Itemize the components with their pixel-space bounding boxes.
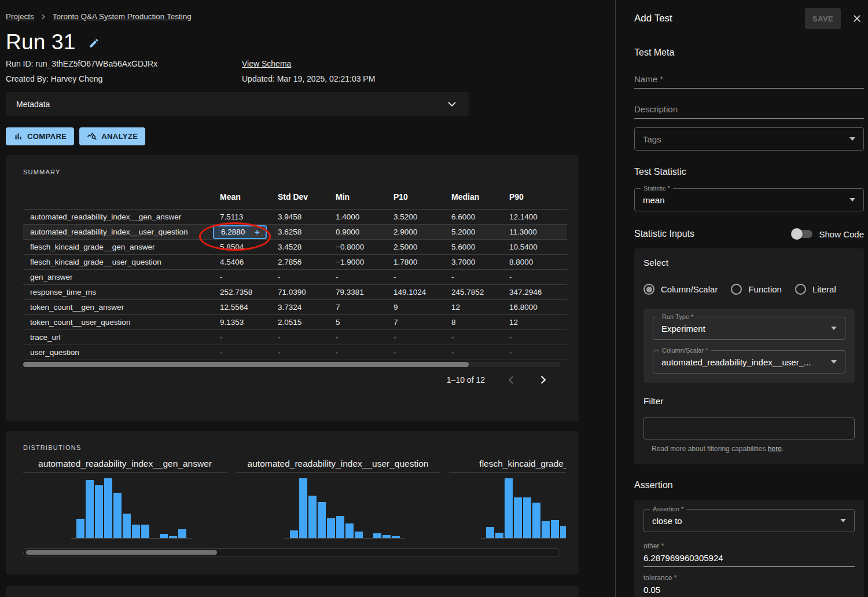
cell-value: −1.9000 <box>336 255 393 270</box>
chart-title: automated_readability_index__gen_answer <box>23 459 227 473</box>
filter-help-link[interactable]: here <box>768 445 782 453</box>
histogram-bar <box>514 497 522 538</box>
compare-button[interactable]: COMPARE <box>6 127 74 145</box>
radio-icon <box>795 284 806 295</box>
save-button[interactable]: SAVE <box>805 8 841 29</box>
description-field-label: Description <box>634 104 864 114</box>
close-icon[interactable] <box>850 12 864 25</box>
scrollbar-thumb[interactable] <box>23 362 469 367</box>
histogram-bar <box>551 520 559 538</box>
breadcrumb-current-link[interactable]: Toronto Q&A System Production Testing <box>53 12 192 21</box>
view-schema-link[interactable]: View Schema <box>242 59 615 68</box>
cell-value: 245.7852 <box>451 285 509 300</box>
distributions-horizontal-scrollbar[interactable] <box>23 548 560 556</box>
cell-value: - <box>451 330 509 345</box>
row-label: flesch_kincaid_grade__gen_answer <box>23 240 220 255</box>
radio-literal[interactable]: Literal <box>795 284 836 295</box>
dropdown-caret-icon <box>840 519 846 522</box>
column-scalar-select[interactable]: Column/Scalar * automated_readability_in… <box>653 350 845 373</box>
row-label: gen_answer <box>23 270 220 285</box>
selected-stat-cell[interactable]: 6.2880+ <box>213 225 267 239</box>
histogram-bar <box>318 502 326 538</box>
cell-value: 2.7856 <box>278 255 336 270</box>
cell-value: 12.1400 <box>509 210 567 225</box>
cell-value: 347.2946 <box>509 285 567 300</box>
run-type-select[interactable]: Run Type * Experiment <box>653 317 845 340</box>
histogram-bar <box>327 518 335 538</box>
next-page-icon[interactable] <box>537 373 550 386</box>
statistic-inputs-heading: Statistic Inputs <box>634 229 694 239</box>
toggle-thumb[interactable] <box>791 228 803 240</box>
column-scalar-subcard: Run Type * Experiment Column/Scalar * au… <box>643 309 855 383</box>
toggle-track[interactable] <box>793 230 812 238</box>
cell-value: 149.1024 <box>393 285 451 300</box>
cell-value: - <box>336 270 393 285</box>
charts-row: automated_readability_index__gen_answera… <box>23 459 566 539</box>
histogram-bar <box>86 480 94 538</box>
tags-select[interactable]: Tags <box>634 127 864 151</box>
assertion-select[interactable]: Assertion * close to <box>643 509 855 532</box>
assertion-select-legend: Assertion * <box>650 505 686 513</box>
selected-stat-value: 6.2880 <box>221 228 245 236</box>
analyze-button[interactable]: ANALYZE <box>79 127 145 145</box>
cell-value: 3.6258 <box>278 225 336 240</box>
column-scalar-value: automated_readability_index__user_... <box>661 357 811 367</box>
scrollbar-thumb[interactable] <box>26 550 217 555</box>
cell-value: - <box>336 330 393 345</box>
breadcrumb: Projects Toronto Q&A System Production T… <box>6 12 615 21</box>
show-code-toggle[interactable]: Show Code <box>793 229 864 239</box>
other-field[interactable]: other * 6.287969960305924 <box>643 542 855 567</box>
statistic-select-value: mean <box>643 195 665 205</box>
table-row: gen_answer------ <box>23 270 567 285</box>
radio-function[interactable]: Function <box>731 284 782 295</box>
radio-column-scalar[interactable]: Column/Scalar <box>643 284 718 295</box>
histogram-bar <box>132 525 140 538</box>
chart-title: flesch_kincaid_grade__gen_answer <box>449 459 566 473</box>
cell-value: - <box>451 345 509 360</box>
assertion-heading: Assertion <box>634 480 864 490</box>
histogram-bar <box>104 478 112 538</box>
distributions-section-label: DISTRIBUTIONS <box>6 431 579 451</box>
cell-value: 252.7358 <box>220 285 278 300</box>
tolerance-field-value: 0.05 <box>643 585 855 595</box>
cell-value: - <box>451 270 509 285</box>
cell-value: 71.0390 <box>278 285 336 300</box>
add-stat-button[interactable]: + <box>250 227 264 237</box>
row-label: flesch_kincaid_grade__user_question <box>23 255 220 270</box>
statistic-select[interactable]: Statistic * mean <box>634 188 864 211</box>
filter-input[interactable] <box>643 417 855 439</box>
histogram-bar <box>178 529 186 538</box>
test-meta-heading: Test Meta <box>634 47 864 58</box>
table-horizontal-scrollbar[interactable] <box>23 362 560 367</box>
cell-value: 79.3381 <box>336 285 393 300</box>
pagination-range: 1–10 of 12 <box>447 375 485 384</box>
tolerance-field[interactable]: tolerance * 0.05 <box>643 574 855 597</box>
assertion-card: Assertion * close to other * 6.287969960… <box>634 500 864 597</box>
run-meta: Run ID: run_3thEZ5fO67WBa56AxGDJRx View … <box>6 59 615 83</box>
query-stats-icon <box>87 131 97 142</box>
cell-value: 3.5200 <box>393 210 451 225</box>
radio-icon <box>731 284 742 295</box>
breadcrumb-projects-link[interactable]: Projects <box>6 12 34 21</box>
run-id: Run ID: run_3thEZ5fO67WBa56AxGDJRx <box>6 59 242 68</box>
description-field[interactable]: Description <box>634 104 864 119</box>
cell-value: 5.2000 <box>451 225 509 240</box>
panel-header: Add Test SAVE <box>634 0 864 29</box>
histogram-bar <box>141 525 149 538</box>
table-row: token_count__user_question9.13532.051557… <box>23 315 567 330</box>
created-by: Created By: Harvey Cheng <box>6 74 242 83</box>
histogram-bar <box>523 497 531 538</box>
histogram-bar <box>169 536 177 538</box>
distribution-chart: automated_readability_index__user_questi… <box>236 459 440 539</box>
histogram-bar <box>560 526 566 538</box>
previous-page-icon[interactable] <box>505 373 517 386</box>
histogram-bar <box>373 533 381 538</box>
column-header: P10 <box>393 192 451 210</box>
cell-value: - <box>278 345 336 360</box>
cell-value: 1.7800 <box>393 255 451 270</box>
summary-section-label: SUMMARY <box>6 155 579 175</box>
edit-icon[interactable] <box>89 38 100 51</box>
cell-value: - <box>509 345 567 360</box>
metadata-accordion[interactable]: Metadata <box>6 92 469 116</box>
name-field[interactable]: Name * <box>634 74 864 89</box>
